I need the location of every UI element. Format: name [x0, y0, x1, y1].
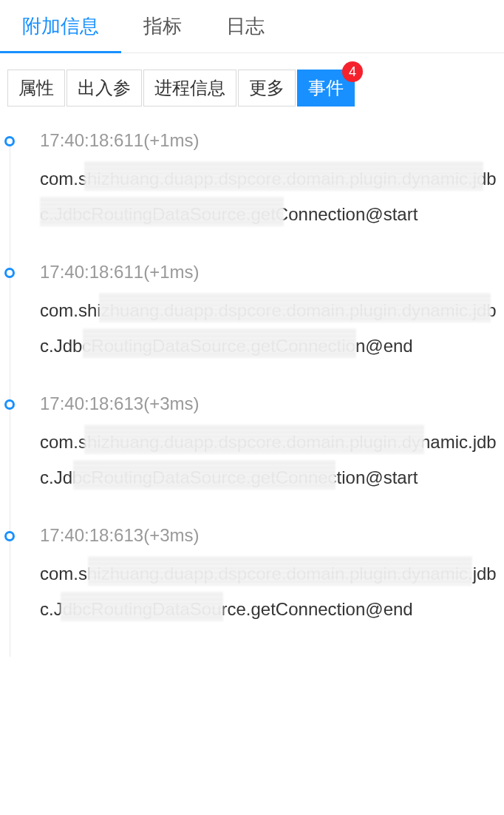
redacted-overlay [88, 556, 472, 586]
redacted-overlay [61, 592, 223, 621]
event-text: com.shizhuang.duapp.dspcore.domain.plugi… [40, 161, 497, 232]
timeline-line [10, 138, 10, 657]
event-time: 17:40:18:613(+3ms) [40, 525, 497, 546]
redacted-overlay [73, 460, 336, 490]
redacted-overlay [99, 293, 491, 322]
filter-more[interactable]: 更多 [238, 70, 296, 106]
redacted-overlay [84, 425, 424, 454]
filter-events-label: 事件 [308, 78, 344, 98]
event-time: 17:40:18:611(+1ms) [40, 130, 497, 151]
timeline-dot-icon [4, 268, 15, 278]
tab-metrics[interactable]: 指标 [121, 0, 204, 53]
filter-process-info[interactable]: 进程信息 [143, 70, 236, 106]
filter-events[interactable]: 事件 4 [297, 70, 355, 106]
event-item: 17:40:18:611(+1ms) com.shizhuang.duapp.d… [18, 262, 504, 393]
event-time: 17:40:18:613(+3ms) [40, 393, 497, 414]
events-timeline: 17:40:18:611(+1ms) com.shizhuang.duapp.d… [0, 130, 504, 657]
events-badge: 4 [342, 61, 363, 82]
event-item: 17:40:18:613(+3ms) com.shizhuang.duapp.d… [18, 393, 504, 525]
filter-bar: 属性 出入参 进程信息 更多 事件 4 [0, 53, 504, 115]
tab-additional-info[interactable]: 附加信息 [0, 0, 121, 53]
event-time: 17:40:18:611(+1ms) [40, 262, 497, 283]
event-item: 17:40:18:613(+3ms) com.shizhuang.duapp.d… [18, 525, 504, 657]
timeline-dot-icon [4, 399, 15, 410]
redacted-overlay [40, 197, 284, 226]
filter-io-params[interactable]: 出入参 [67, 70, 142, 106]
top-tabs: 附加信息 指标 日志 [0, 0, 504, 53]
redacted-overlay [84, 161, 483, 191]
event-text: com.shizhuang.duapp.dspcore.domain.plugi… [40, 293, 497, 364]
timeline-dot-icon [4, 531, 15, 541]
event-item: 17:40:18:611(+1ms) com.shizhuang.duapp.d… [18, 130, 504, 262]
timeline-dot-icon [4, 136, 15, 146]
tab-logs[interactable]: 日志 [204, 0, 287, 53]
event-text: com.shizhuang.duapp.dspcore.domain.plugi… [40, 556, 497, 627]
filter-attributes[interactable]: 属性 [7, 70, 65, 106]
redacted-overlay [83, 328, 356, 358]
event-text: com.shizhuang.duapp.dspcore.domain.plugi… [40, 425, 497, 496]
